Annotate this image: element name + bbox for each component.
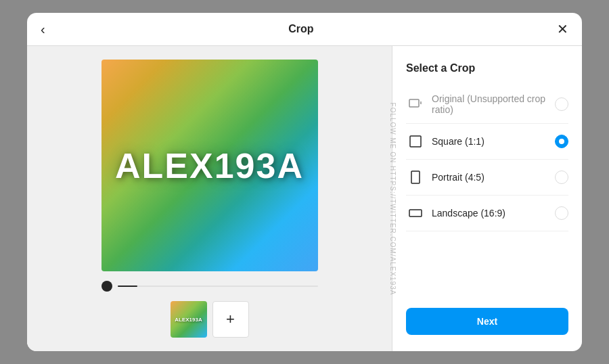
modal-body: ALEX193A ALEX193A + FOLLOW ME ON H bbox=[27, 46, 582, 351]
image-preview: ALEX193A bbox=[102, 60, 318, 271]
portrait-label: Portrait (4:5) bbox=[432, 172, 484, 183]
square-radio[interactable] bbox=[555, 135, 568, 148]
portrait-radio[interactable] bbox=[555, 170, 568, 184]
add-image-button[interactable]: + bbox=[212, 301, 249, 338]
original-radio[interactable] bbox=[555, 97, 568, 111]
svg-rect-3 bbox=[409, 210, 422, 217]
crop-option-square-left: Square (1:1) bbox=[406, 132, 484, 151]
svg-rect-0 bbox=[409, 99, 419, 107]
crop-option-landscape[interactable]: Landscape (16:9) bbox=[406, 196, 568, 231]
thumbnail-item[interactable]: ALEX193A bbox=[171, 301, 207, 338]
next-button[interactable]: Next bbox=[406, 308, 568, 335]
landscape-crop-icon bbox=[406, 204, 425, 223]
right-panel: Select a Crop Original (Unsupported crop… bbox=[392, 46, 582, 351]
crop-option-landscape-left: Landscape (16:9) bbox=[406, 204, 505, 223]
crop-option-square[interactable]: Square (1:1) bbox=[406, 124, 568, 160]
original-crop-icon bbox=[406, 95, 425, 114]
square-crop-icon bbox=[406, 132, 425, 151]
thumbnail-text: ALEX193A bbox=[175, 317, 202, 323]
zoom-fill bbox=[118, 286, 138, 287]
thumbnail-gradient: ALEX193A bbox=[171, 301, 207, 338]
crop-option-portrait-left: Portrait (4:5) bbox=[406, 168, 484, 187]
portrait-crop-icon bbox=[406, 168, 425, 187]
image-overlay-text: ALEX193A bbox=[115, 145, 304, 186]
landscape-radio[interactable] bbox=[555, 206, 568, 220]
modal-header: ‹ Crop ✕ bbox=[27, 13, 582, 46]
panel-divider: FOLLOW ME ON HTTPS://TWITTER.COM/ALEX193… bbox=[392, 46, 392, 351]
zoom-handle[interactable] bbox=[102, 281, 112, 292]
crop-modal: ‹ Crop ✕ ALEX193A ALEX193A bbox=[27, 13, 582, 351]
back-button[interactable]: ‹ bbox=[41, 22, 45, 36]
gradient-bg: ALEX193A bbox=[102, 60, 318, 271]
close-button[interactable]: ✕ bbox=[557, 22, 568, 36]
modal-title: Crop bbox=[288, 23, 313, 35]
zoom-control[interactable] bbox=[102, 281, 318, 292]
svg-rect-1 bbox=[410, 136, 421, 147]
left-panel: ALEX193A ALEX193A + bbox=[27, 46, 392, 351]
select-crop-title: Select a Crop bbox=[406, 62, 568, 74]
original-label: Original (Unsupported crop ratio) bbox=[432, 93, 555, 115]
zoom-track[interactable] bbox=[118, 286, 318, 287]
crop-option-original-left: Original (Unsupported crop ratio) bbox=[406, 93, 555, 115]
crop-option-portrait[interactable]: Portrait (4:5) bbox=[406, 160, 568, 196]
crop-option-original[interactable]: Original (Unsupported crop ratio) bbox=[406, 85, 568, 124]
thumbnails-row: ALEX193A + bbox=[171, 301, 249, 338]
svg-rect-2 bbox=[411, 171, 420, 183]
square-label: Square (1:1) bbox=[432, 136, 484, 147]
landscape-label: Landscape (16:9) bbox=[432, 208, 505, 219]
